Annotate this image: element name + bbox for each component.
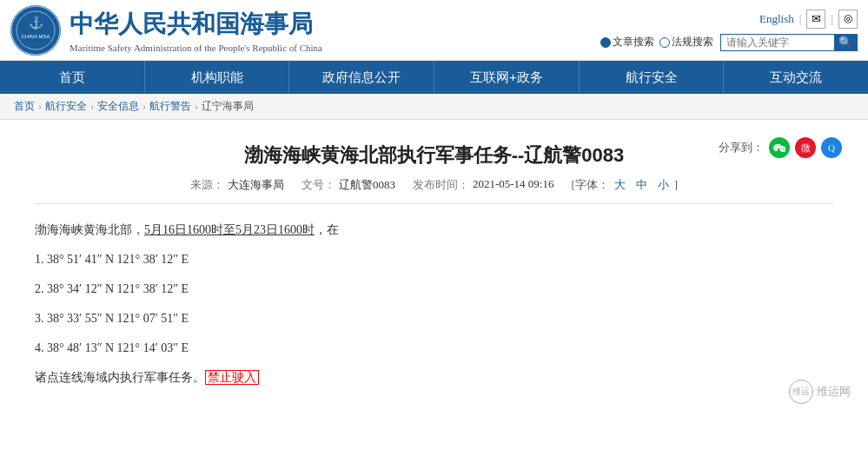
radio-group: 文章搜索 法规搜索 <box>600 35 713 50</box>
nav-safety[interactable]: 航行安全 <box>580 61 725 94</box>
email-icon[interactable]: ✉ <box>806 10 825 29</box>
font-large-btn[interactable]: 大 <box>614 177 626 193</box>
meta-font-size: [字体： 大 中 小 ] <box>571 177 678 193</box>
qq-share-icon[interactable]: Q <box>821 137 842 158</box>
radio-article-btn[interactable] <box>600 37 611 48</box>
meta-source: 来源： 大连海事局 <box>190 177 284 193</box>
breadcrumb-current: 辽宁海事局 <box>202 99 254 114</box>
divider <box>35 203 833 204</box>
watermark-text: 维运网 <box>817 384 851 400</box>
search-input[interactable] <box>721 35 834 50</box>
svg-text:⚓: ⚓ <box>29 16 44 30</box>
article-title: 渤海海峡黄海北部执行军事任务--辽航警0083 <box>35 134 833 169</box>
rss-icon[interactable]: ◎ <box>838 10 858 29</box>
share-label: 分享到： <box>719 140 764 155</box>
nav-org[interactable]: 机构职能 <box>145 61 290 94</box>
logo-svg: ⚓ CHINA MSA <box>10 5 61 56</box>
logo-area: ⚓ CHINA MSA 中华人民共和国海事局 Maritime Safety A… <box>10 5 322 56</box>
breadcrumb: 首页 › 航行安全 › 安全信息 › 航行警告 › 辽宁海事局 <box>0 94 868 120</box>
search-button[interactable]: 🔍 <box>834 35 857 50</box>
radio-law-btn[interactable] <box>659 37 670 48</box>
search-area: 文章搜索 法规搜索 🔍 <box>600 34 858 51</box>
svg-point-7 <box>783 149 784 149</box>
article-intro: 渤海海峡黄海北部，5月16日1600时至5月23日1600时，在 <box>35 218 833 242</box>
breadcrumb-safety-info[interactable]: 安全信息 <box>97 99 139 114</box>
svg-point-5 <box>778 147 779 148</box>
english-link[interactable]: English <box>759 12 794 26</box>
nav-internet[interactable]: 互联网+政务 <box>434 61 580 94</box>
radio-law[interactable]: 法规搜索 <box>659 35 713 50</box>
main-nav: 首页 机构职能 政府信息公开 互联网+政务 航行安全 互动交流 <box>0 61 868 94</box>
main-content: 分享到： 微 Q 渤海海峡黄海北部执行军事任务--辽航警0083 来源： 大连海… <box>0 120 868 413</box>
radio-law-label: 法规搜索 <box>672 35 713 50</box>
nav-gov-info[interactable]: 政府信息公开 <box>289 61 434 94</box>
wechat-share-icon[interactable] <box>769 137 790 158</box>
site-title-en: Maritime Safety Administration of the Pe… <box>70 43 322 53</box>
meta-publish: 发布时间： 2021-05-14 09:16 <box>413 177 554 193</box>
coord-4: 4. 38° 48′ 13″ N 121° 14′ 03″ E <box>35 336 833 360</box>
article-conclusion: 诸点连线海域内执行军事任务。禁止驶入 <box>35 366 833 390</box>
svg-point-4 <box>775 147 776 148</box>
search-box: 🔍 <box>720 34 858 51</box>
article-body: 渤海海峡黄海北部，5月16日1600时至5月23日1600时，在 1. 38° … <box>35 218 833 390</box>
site-title-cn: 中华人民共和国海事局 <box>70 8 322 41</box>
radio-article[interactable]: 文章搜索 <box>600 35 654 50</box>
time-range: 5月16日1600时至5月23日1600时 <box>144 223 315 236</box>
weibo-share-icon[interactable]: 微 <box>795 137 816 158</box>
meta-docno: 文号： 辽航警0083 <box>301 177 395 193</box>
site-header: ⚓ CHINA MSA 中华人民共和国海事局 Maritime Safety A… <box>0 0 868 61</box>
separator-1: | <box>799 12 802 26</box>
prohibited-entry-label: 禁止驶入 <box>205 370 259 385</box>
breadcrumb-safety[interactable]: 航行安全 <box>45 99 87 114</box>
site-titles: 中华人民共和国海事局 Maritime Safety Administratio… <box>70 8 322 53</box>
font-small-btn[interactable]: 小 <box>658 177 669 193</box>
svg-text:CHINA MSA: CHINA MSA <box>21 34 50 39</box>
watermark-circle: 维运 <box>789 380 813 404</box>
watermark: 维运 维运网 <box>789 380 851 404</box>
nav-home[interactable]: 首页 <box>0 61 145 94</box>
coord-1: 1. 38° 51′ 41″ N 121° 38′ 12″ E <box>35 248 833 272</box>
share-area: 分享到： 微 Q <box>719 137 842 158</box>
breadcrumb-nav-warning[interactable]: 航行警告 <box>149 99 191 114</box>
coord-3: 3. 38° 33′ 55″ N 121° 07′ 51″ E <box>35 307 833 331</box>
svg-point-0 <box>11 6 60 55</box>
search-icon: 🔍 <box>838 36 852 49</box>
font-medium-btn[interactable]: 中 <box>636 177 647 193</box>
radio-article-label: 文章搜索 <box>613 35 654 50</box>
breadcrumb-home[interactable]: 首页 <box>14 99 35 114</box>
logo-circle: ⚓ CHINA MSA <box>10 5 61 56</box>
separator-2: | <box>831 12 833 26</box>
coord-2: 2. 38° 34′ 12″ N 121° 38′ 12″ E <box>35 277 833 301</box>
svg-point-6 <box>781 149 782 149</box>
nav-interact[interactable]: 互动交流 <box>724 61 868 94</box>
article-meta: 来源： 大连海事局 文号： 辽航警0083 发布时间： 2021-05-14 0… <box>35 177 833 193</box>
header-top-links: English | ✉ | ◎ <box>759 10 858 29</box>
header-right: English | ✉ | ◎ 文章搜索 法规搜索 <box>600 10 858 51</box>
